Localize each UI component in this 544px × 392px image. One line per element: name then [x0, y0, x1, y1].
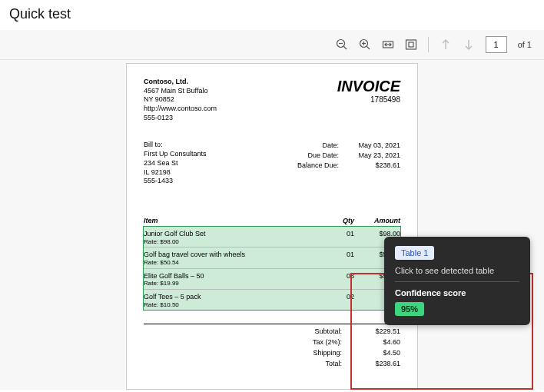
confidence-label: Confidence score: [395, 288, 519, 297]
bill-to-city: IL 92198: [144, 168, 207, 178]
item-name: Golf Tees – 5 pack: [144, 293, 316, 301]
total-value: $238.61: [354, 360, 400, 367]
subtotal-value: $229.51: [354, 327, 400, 335]
zoom-out-icon[interactable]: [336, 38, 348, 51]
item-rate: Rate: $19.99: [144, 280, 316, 287]
svg-rect-9: [406, 40, 416, 49]
svg-line-4: [367, 47, 370, 50]
table-detection-tooltip[interactable]: Table 1 Click to see detected table Conf…: [384, 237, 530, 325]
sender-name: Contoso, Ltd.: [144, 78, 217, 87]
invoice-document: Contoso, Ltd. 4567 Main St Buffalo NY 90…: [126, 63, 418, 390]
table-row: Junior Golf Club SetRate: $98.00 01 $98.…: [144, 227, 400, 247]
item-qty: 01: [316, 251, 354, 266]
item-rate: Rate: $10.50: [144, 301, 316, 309]
table-tag[interactable]: Table 1: [395, 246, 434, 260]
confidence-badge: 95%: [395, 302, 424, 316]
due-date-value: May 23, 2021: [354, 151, 400, 161]
fit-page-icon[interactable]: [405, 38, 417, 51]
bill-to-street: 234 Sea St: [144, 159, 207, 168]
tax-label: Tax (2%):: [296, 338, 342, 346]
bill-to-name: First Up Consultants: [144, 150, 207, 159]
bill-to-block: Bill to: First Up Consultants 234 Sea St…: [144, 141, 207, 185]
subtotal-label: Subtotal:: [296, 327, 342, 335]
bill-to-phone: 555-1433: [144, 177, 207, 186]
due-date-label: Due Date:: [293, 151, 339, 161]
item-name: Junior Golf Club Set: [144, 230, 316, 238]
items-table[interactable]: Item Qty Amount Junior Golf Club SetRate…: [144, 217, 400, 311]
item-qty: 01: [316, 230, 354, 245]
page-total-label: of 1: [518, 40, 532, 49]
date-label: Date:: [293, 141, 339, 151]
tooltip-instruction: Click to see detected table: [395, 266, 519, 282]
next-page-icon[interactable]: [463, 38, 475, 51]
toolbar-divider: [428, 37, 429, 52]
zoom-in-icon[interactable]: [359, 38, 371, 51]
balance-value: $238.61: [354, 161, 400, 171]
svg-rect-10: [409, 42, 413, 47]
svg-line-1: [343, 47, 347, 50]
invoice-title: INVOICE: [337, 78, 400, 95]
date-value: May 03, 2021: [354, 141, 400, 151]
shipping-value: $4.50: [354, 349, 400, 357]
page-title: Quick test: [0, 0, 544, 30]
item-qty: 03: [316, 272, 354, 287]
sender-web: http://www.contoso.com: [144, 105, 217, 114]
item-qty: 02: [316, 293, 354, 308]
table-row: Golf Tees – 5 packRate: $10.50 02 $21: [144, 290, 400, 310]
viewer-toolbar: 1 of 1: [0, 30, 544, 59]
bill-to-label: Bill to:: [144, 141, 207, 150]
table-row: Golf bag travel cover with wheelsRate: $…: [144, 247, 400, 268]
balance-label: Balance Due:: [293, 161, 339, 171]
document-viewer: 1 of 1 Contoso, Ltd. 4567 Main St Buffal…: [0, 30, 544, 390]
header-qty: Qty: [316, 217, 354, 224]
invoice-number: 1785498: [337, 95, 400, 104]
sender-city: NY 90852: [144, 95, 217, 105]
viewer-canvas: Contoso, Ltd. 4567 Main St Buffalo NY 90…: [0, 59, 544, 390]
item-rate: Rate: $50.54: [144, 259, 316, 267]
fit-width-icon[interactable]: [382, 38, 394, 51]
prev-page-icon[interactable]: [440, 38, 452, 51]
invoice-title-block: INVOICE 1785498: [337, 78, 400, 122]
detected-table-highlight[interactable]: Junior Golf Club SetRate: $98.00 01 $98.…: [144, 227, 400, 311]
table-row: Elite Golf Balls – 50Rate: $19.99 03 $59…: [144, 269, 400, 290]
item-rate: Rate: $98.00: [144, 238, 316, 246]
item-name: Golf bag travel cover with wheels: [144, 251, 316, 259]
sender-street: 4567 Main St Buffalo: [144, 87, 217, 96]
table-header: Item Qty Amount: [144, 217, 400, 227]
sender-phone: 555-0123: [144, 114, 217, 123]
item-name: Elite Golf Balls – 50: [144, 272, 316, 281]
invoice-meta: Date:May 03, 2021 Due Date:May 23, 2021 …: [293, 141, 400, 185]
total-label: Total:: [296, 360, 342, 367]
page-number-input[interactable]: 1: [486, 36, 507, 53]
header-amount: Amount: [354, 217, 400, 224]
tax-value: $4.60: [354, 338, 400, 346]
shipping-label: Shipping:: [296, 349, 342, 357]
sender-block: Contoso, Ltd. 4567 Main St Buffalo NY 90…: [144, 78, 217, 122]
header-item: Item: [144, 217, 316, 224]
totals-block: Subtotal:$229.51 Tax (2%):$4.60 Shipping…: [144, 324, 400, 369]
